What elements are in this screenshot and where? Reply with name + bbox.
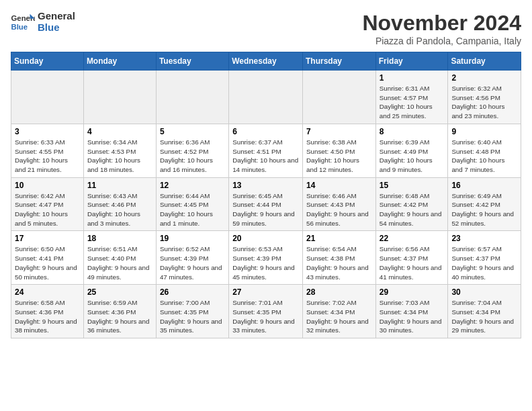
day-info: Sunrise: 6:45 AM Sunset: 4:44 PM Dayligh… xyxy=(232,191,299,228)
day-info: Sunrise: 6:40 AM Sunset: 4:48 PM Dayligh… xyxy=(451,138,517,175)
day-number: 15 xyxy=(380,181,445,190)
location-subtitle: Piazza di Pandola, Campania, Italy xyxy=(362,36,521,46)
calendar-cell: 24Sunrise: 6:58 AM Sunset: 4:36 PM Dayli… xyxy=(11,285,84,338)
day-number: 4 xyxy=(87,127,152,136)
day-header: Wednesday xyxy=(229,52,303,71)
day-info: Sunrise: 6:53 AM Sunset: 4:39 PM Dayligh… xyxy=(232,244,299,281)
day-number: 16 xyxy=(451,181,517,190)
calendar-cell: 6Sunrise: 6:37 AM Sunset: 4:51 PM Daylig… xyxy=(229,124,303,177)
day-info: Sunrise: 6:49 AM Sunset: 4:42 PM Dayligh… xyxy=(451,191,517,228)
day-info: Sunrise: 6:39 AM Sunset: 4:49 PM Dayligh… xyxy=(380,138,445,175)
day-number: 12 xyxy=(160,181,225,190)
day-header: Tuesday xyxy=(156,52,228,71)
day-info: Sunrise: 6:57 AM Sunset: 4:37 PM Dayligh… xyxy=(451,244,517,281)
logo: General Blue General Blue xyxy=(11,11,75,33)
day-number: 20 xyxy=(232,234,299,243)
day-number: 26 xyxy=(160,287,225,297)
calendar-cell: 26Sunrise: 7:00 AM Sunset: 4:35 PM Dayli… xyxy=(156,285,228,338)
calendar-week: 3Sunrise: 6:33 AM Sunset: 4:55 PM Daylig… xyxy=(11,124,521,177)
calendar-cell: 23Sunrise: 6:57 AM Sunset: 4:37 PM Dayli… xyxy=(448,231,521,285)
calendar-cell: 17Sunrise: 6:50 AM Sunset: 4:41 PM Dayli… xyxy=(11,231,84,285)
title-area: November 2024 Piazza di Pandola, Campani… xyxy=(362,11,521,46)
day-header: Thursday xyxy=(303,52,376,71)
day-number: 28 xyxy=(306,287,372,297)
day-number: 14 xyxy=(306,181,372,190)
day-number: 1 xyxy=(380,73,445,83)
calendar-cell: 14Sunrise: 6:46 AM Sunset: 4:43 PM Dayli… xyxy=(303,177,376,231)
calendar-cell: 15Sunrise: 6:48 AM Sunset: 4:42 PM Dayli… xyxy=(375,177,448,231)
calendar-week: 1Sunrise: 6:31 AM Sunset: 4:57 PM Daylig… xyxy=(11,71,521,124)
calendar-cell: 11Sunrise: 6:43 AM Sunset: 4:46 PM Dayli… xyxy=(83,177,156,231)
calendar-cell: 5Sunrise: 6:36 AM Sunset: 4:52 PM Daylig… xyxy=(156,124,228,177)
calendar-cell xyxy=(156,71,228,124)
calendar-table: SundayMondayTuesdayWednesdayThursdayFrid… xyxy=(11,52,521,338)
calendar-cell: 8Sunrise: 6:39 AM Sunset: 4:49 PM Daylig… xyxy=(375,124,448,177)
day-number: 22 xyxy=(380,234,445,243)
day-info: Sunrise: 7:01 AM Sunset: 4:35 PM Dayligh… xyxy=(232,298,299,335)
day-number: 6 xyxy=(232,127,299,136)
calendar-cell: 9Sunrise: 6:40 AM Sunset: 4:48 PM Daylig… xyxy=(448,124,521,177)
logo-line2: Blue xyxy=(38,22,75,34)
day-header: Friday xyxy=(375,52,448,71)
day-info: Sunrise: 6:56 AM Sunset: 4:37 PM Dayligh… xyxy=(380,244,445,281)
day-info: Sunrise: 6:48 AM Sunset: 4:42 PM Dayligh… xyxy=(380,191,445,228)
calendar-cell xyxy=(229,71,303,124)
day-info: Sunrise: 6:33 AM Sunset: 4:55 PM Dayligh… xyxy=(15,138,80,175)
logo-line1: General xyxy=(38,11,75,22)
day-info: Sunrise: 6:37 AM Sunset: 4:51 PM Dayligh… xyxy=(232,138,299,175)
day-info: Sunrise: 6:58 AM Sunset: 4:36 PM Dayligh… xyxy=(15,298,80,335)
calendar-cell: 3Sunrise: 6:33 AM Sunset: 4:55 PM Daylig… xyxy=(11,124,84,177)
calendar-cell: 13Sunrise: 6:45 AM Sunset: 4:44 PM Dayli… xyxy=(229,177,303,231)
day-number: 3 xyxy=(15,127,80,136)
day-info: Sunrise: 6:42 AM Sunset: 4:47 PM Dayligh… xyxy=(15,191,80,228)
calendar-cell: 30Sunrise: 7:04 AM Sunset: 4:34 PM Dayli… xyxy=(448,285,521,338)
day-info: Sunrise: 7:00 AM Sunset: 4:35 PM Dayligh… xyxy=(160,298,225,335)
day-header: Monday xyxy=(83,52,156,71)
calendar-cell: 1Sunrise: 6:31 AM Sunset: 4:57 PM Daylig… xyxy=(375,71,448,124)
calendar-cell: 19Sunrise: 6:52 AM Sunset: 4:39 PM Dayli… xyxy=(156,231,228,285)
day-info: Sunrise: 6:52 AM Sunset: 4:39 PM Dayligh… xyxy=(160,244,225,281)
calendar-cell: 28Sunrise: 7:02 AM Sunset: 4:34 PM Dayli… xyxy=(303,285,376,338)
day-info: Sunrise: 6:54 AM Sunset: 4:38 PM Dayligh… xyxy=(306,244,372,281)
calendar-cell: 4Sunrise: 6:34 AM Sunset: 4:53 PM Daylig… xyxy=(83,124,156,177)
calendar-cell: 7Sunrise: 6:38 AM Sunset: 4:50 PM Daylig… xyxy=(303,124,376,177)
calendar-cell: 25Sunrise: 6:59 AM Sunset: 4:36 PM Dayli… xyxy=(83,285,156,338)
day-number: 10 xyxy=(15,181,80,190)
calendar-cell xyxy=(83,71,156,124)
day-number: 13 xyxy=(232,181,299,190)
logo-icon: General Blue xyxy=(11,13,35,32)
calendar-cell: 12Sunrise: 6:44 AM Sunset: 4:45 PM Dayli… xyxy=(156,177,228,231)
day-info: Sunrise: 6:44 AM Sunset: 4:45 PM Dayligh… xyxy=(160,191,225,228)
calendar-cell: 2Sunrise: 6:32 AM Sunset: 4:56 PM Daylig… xyxy=(448,71,521,124)
calendar-week: 10Sunrise: 6:42 AM Sunset: 4:47 PM Dayli… xyxy=(11,177,521,231)
calendar-week: 24Sunrise: 6:58 AM Sunset: 4:36 PM Dayli… xyxy=(11,285,521,338)
day-number: 30 xyxy=(451,287,517,297)
calendar-cell: 22Sunrise: 6:56 AM Sunset: 4:37 PM Dayli… xyxy=(375,231,448,285)
day-number: 24 xyxy=(15,287,80,297)
day-info: Sunrise: 6:43 AM Sunset: 4:46 PM Dayligh… xyxy=(87,191,152,228)
calendar-cell: 29Sunrise: 7:03 AM Sunset: 4:34 PM Dayli… xyxy=(375,285,448,338)
svg-text:Blue: Blue xyxy=(11,22,28,30)
day-info: Sunrise: 7:03 AM Sunset: 4:34 PM Dayligh… xyxy=(380,298,445,335)
day-header: Saturday xyxy=(448,52,521,71)
calendar-cell: 21Sunrise: 6:54 AM Sunset: 4:38 PM Dayli… xyxy=(303,231,376,285)
day-info: Sunrise: 6:32 AM Sunset: 4:56 PM Dayligh… xyxy=(451,84,517,121)
day-number: 29 xyxy=(380,287,445,297)
calendar-cell: 27Sunrise: 7:01 AM Sunset: 4:35 PM Dayli… xyxy=(229,285,303,338)
calendar-cell: 20Sunrise: 6:53 AM Sunset: 4:39 PM Dayli… xyxy=(229,231,303,285)
calendar-cell: 16Sunrise: 6:49 AM Sunset: 4:42 PM Dayli… xyxy=(448,177,521,231)
day-number: 2 xyxy=(451,73,517,83)
day-info: Sunrise: 6:34 AM Sunset: 4:53 PM Dayligh… xyxy=(87,138,152,175)
calendar-cell xyxy=(11,71,84,124)
day-number: 21 xyxy=(306,234,372,243)
day-number: 5 xyxy=(160,127,225,136)
header-row: SundayMondayTuesdayWednesdayThursdayFrid… xyxy=(11,52,521,71)
day-number: 8 xyxy=(380,127,445,136)
day-header: Sunday xyxy=(11,52,84,71)
month-title: November 2024 xyxy=(362,11,521,36)
day-number: 7 xyxy=(306,127,372,136)
day-info: Sunrise: 7:04 AM Sunset: 4:34 PM Dayligh… xyxy=(451,298,517,335)
day-number: 27 xyxy=(232,287,299,297)
day-info: Sunrise: 6:31 AM Sunset: 4:57 PM Dayligh… xyxy=(380,84,445,121)
day-info: Sunrise: 6:38 AM Sunset: 4:50 PM Dayligh… xyxy=(306,138,372,175)
